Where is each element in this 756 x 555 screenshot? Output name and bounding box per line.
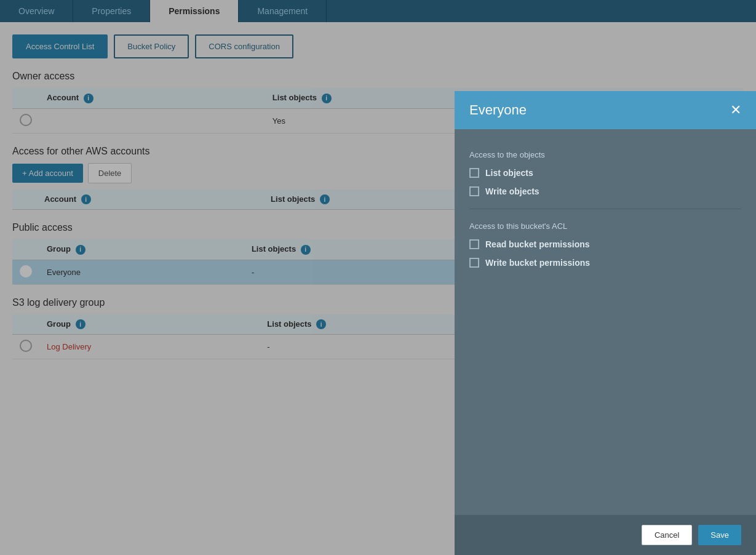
everyone-modal: Everyone ✕ Access to the objects List ob… (455, 91, 756, 381)
modal-access-objects-title: Access to the objects (469, 150, 741, 159)
checkbox-read-bucket-permissions[interactable] (469, 239, 479, 249)
checkbox-row-list-objects: List objects (469, 168, 741, 178)
checkbox-write-objects[interactable] (469, 186, 479, 196)
checkbox-row-write-bucket: Write bucket permissions (469, 258, 741, 268)
checkbox-write-objects-label: Write objects (485, 186, 539, 196)
modal-title: Everyone (469, 102, 527, 118)
checkbox-row-write-objects: Write objects (469, 186, 741, 196)
modal-access-acl-title: Access to this bucket's ACL (469, 222, 741, 231)
checkbox-write-bucket-label: Write bucket permissions (485, 258, 590, 268)
modal-close-button[interactable]: ✕ (730, 103, 741, 117)
modal-body: Access to the objects List objects Write… (455, 129, 756, 381)
modal-divider (469, 209, 741, 209)
checkbox-list-objects-label: List objects (485, 168, 533, 178)
checkbox-read-bucket-label: Read bucket permissions (485, 239, 590, 249)
modal-header: Everyone ✕ (455, 91, 756, 129)
checkbox-write-bucket-permissions[interactable] (469, 258, 479, 268)
checkbox-row-read-bucket: Read bucket permissions (469, 239, 741, 249)
checkbox-list-objects[interactable] (469, 168, 479, 178)
